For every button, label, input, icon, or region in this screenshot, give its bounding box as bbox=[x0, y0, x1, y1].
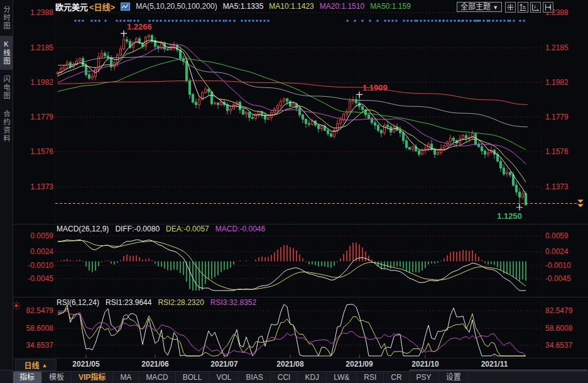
candle-body bbox=[340, 120, 342, 123]
candle-body bbox=[104, 53, 106, 56]
event-dot bbox=[513, 19, 515, 22]
toolbar-item-设置[interactable]: 设置 bbox=[439, 372, 469, 383]
event-dot bbox=[252, 19, 254, 22]
candle-body bbox=[252, 118, 254, 118]
toolbar-item-VOL[interactable]: VOL bbox=[209, 372, 239, 383]
x-axis-label-2021/11: 2021/11 bbox=[474, 360, 514, 369]
sidebar-item-1[interactable]: K线图 bbox=[0, 36, 13, 70]
macd-axis-label-right: -0.0045 bbox=[545, 274, 571, 283]
candle-body bbox=[277, 106, 279, 109]
candle-body bbox=[387, 125, 389, 127]
scale-y-axis-icon[interactable] bbox=[518, 2, 528, 13]
event-dot bbox=[199, 19, 202, 22]
event-dot bbox=[119, 19, 122, 22]
macd-axis-label-left: 0.0059 bbox=[30, 231, 53, 240]
toolbar-item-RSI[interactable]: RSI bbox=[357, 372, 384, 383]
event-dot bbox=[403, 19, 405, 22]
trading-app: 1.23881.23881.21851.21851.19821.19821.17… bbox=[0, 0, 588, 383]
theme-selector-button[interactable]: 全部主题 ▼ bbox=[457, 2, 502, 12]
candle-body bbox=[412, 147, 414, 149]
event-dot bbox=[469, 19, 472, 22]
event-dot bbox=[466, 19, 468, 22]
sidebar-item-2[interactable]: 闪电图 bbox=[0, 71, 13, 104]
candle-body bbox=[211, 92, 213, 104]
ma50-value: MA50:1.159 bbox=[370, 2, 411, 11]
price-axis-label-left: 1.2388 bbox=[30, 8, 53, 17]
event-dot bbox=[479, 19, 481, 22]
toolbar-item-指标[interactable]: 指标 bbox=[13, 372, 42, 383]
toolbar-item-CR[interactable]: CR bbox=[384, 372, 409, 383]
candle-body bbox=[280, 101, 282, 106]
toolbar-item-CCI[interactable]: CCI bbox=[271, 372, 298, 383]
period-tag: <日线> bbox=[89, 1, 115, 13]
candle-body bbox=[481, 147, 483, 151]
sidebar-item-0[interactable]: 分时图 bbox=[0, 1, 13, 35]
event-dot bbox=[175, 19, 178, 22]
horizontal-scrollbar[interactable] bbox=[410, 370, 587, 370]
rsi-axis-label-left: 58.6008 bbox=[26, 324, 54, 333]
rsi-axis-label-left: 34.6537 bbox=[26, 341, 54, 350]
event-dot bbox=[499, 19, 502, 22]
event-dot bbox=[203, 19, 205, 22]
event-dot bbox=[94, 19, 97, 22]
candle-body bbox=[170, 48, 172, 50]
toolbar-item-LW&[interactable]: LW& bbox=[327, 372, 357, 383]
event-dot bbox=[438, 19, 441, 22]
event-dot bbox=[225, 19, 227, 22]
event-dot bbox=[241, 19, 243, 22]
crosshair-icon[interactable] bbox=[505, 2, 516, 13]
candle-body bbox=[199, 99, 200, 104]
toolbar-item-PSY[interactable]: PSY bbox=[410, 372, 439, 383]
candle-body bbox=[107, 56, 109, 58]
price-axis-label-right: 1.1982 bbox=[545, 78, 569, 87]
candle-body bbox=[312, 121, 313, 124]
macd-macd-value: MACD:-0.0046 bbox=[215, 225, 265, 233]
event-dot bbox=[450, 19, 452, 22]
candle-body bbox=[268, 118, 270, 119]
header-toolbar bbox=[505, 2, 553, 13]
candle-body bbox=[92, 77, 94, 79]
toolbar-item-MA[interactable]: MA bbox=[113, 372, 139, 383]
toolbar-item-模板[interactable]: 模板 bbox=[42, 372, 72, 383]
candle-body bbox=[151, 35, 153, 40]
event-dot bbox=[164, 19, 166, 22]
candle-body bbox=[516, 185, 518, 192]
ma20-line bbox=[58, 45, 526, 164]
period-selector[interactable]: 日线 ▲ bbox=[15, 359, 57, 371]
macd-axis-label-left: -0.0045 bbox=[28, 274, 53, 283]
price-marker-cross bbox=[121, 30, 127, 36]
sidebar-item-3[interactable]: 合约资料 bbox=[0, 106, 13, 147]
candle-body bbox=[330, 134, 332, 136]
chart-type-icon[interactable] bbox=[121, 3, 130, 11]
scale-x-axis-icon[interactable] bbox=[530, 2, 541, 13]
macd-axis-label-right: -0.0010 bbox=[545, 261, 571, 270]
event-dot bbox=[222, 19, 225, 22]
candle-body bbox=[63, 65, 65, 69]
toolbar-item-BIAS[interactable]: BIAS bbox=[239, 372, 270, 383]
event-dot bbox=[152, 19, 155, 22]
toolbar-item-BOLL[interactable]: BOLL bbox=[176, 372, 210, 383]
ma10-value: MA10:1.1423 bbox=[269, 2, 313, 11]
event-dot bbox=[156, 19, 158, 22]
candle-body bbox=[450, 138, 452, 142]
price-axis-label-right: 1.1779 bbox=[545, 113, 569, 121]
event-dot bbox=[376, 19, 379, 22]
candle-body bbox=[368, 115, 370, 118]
toolbar-item-KDJ[interactable]: KDJ bbox=[298, 372, 327, 383]
toolbar-item-MACD[interactable]: MACD bbox=[139, 372, 175, 383]
x-axis-label-2021/08: 2021/08 bbox=[270, 360, 310, 369]
candle-body bbox=[409, 147, 411, 149]
price-annotation: 1.1909 bbox=[362, 83, 388, 92]
shift-chart-right-icon[interactable] bbox=[543, 2, 553, 13]
candle-body bbox=[79, 58, 81, 61]
event-dot bbox=[423, 19, 426, 22]
toolbar-item-VIP指标[interactable]: VIP指标 bbox=[72, 372, 113, 383]
candle-body bbox=[384, 125, 386, 133]
price-axis-label-right: 1.1373 bbox=[545, 182, 569, 191]
event-dot bbox=[369, 19, 371, 22]
event-dot bbox=[354, 19, 356, 22]
event-dot bbox=[219, 19, 221, 22]
candle-body bbox=[487, 153, 489, 155]
toolbar-corner bbox=[0, 370, 13, 383]
rsi1-line bbox=[58, 304, 526, 356]
